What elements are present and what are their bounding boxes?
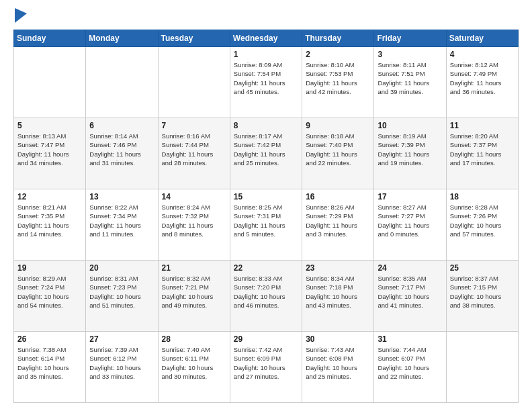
day-info: Sunrise: 8:33 AM Sunset: 7:20 PM Dayligh…: [234, 274, 298, 310]
weekday-header-row: SundayMondayTuesdayWednesdayThursdayFrid…: [14, 30, 519, 47]
day-number: 20: [89, 263, 154, 273]
day-info: Sunrise: 8:13 AM Sunset: 7:47 PM Dayligh…: [17, 132, 82, 167]
day-info: Sunrise: 8:16 AM Sunset: 7:44 PM Dayligh…: [162, 132, 226, 167]
calendar-cell: 12Sunrise: 8:21 AM Sunset: 7:35 PM Dayli…: [14, 189, 86, 261]
logo-icon: [15, 8, 27, 23]
day-info: Sunrise: 8:34 AM Sunset: 7:18 PM Dayligh…: [306, 274, 370, 310]
calendar-cell: 18Sunrise: 8:28 AM Sunset: 7:26 PM Dayli…: [446, 189, 518, 261]
day-number: 7: [162, 121, 226, 130]
calendar-cell: 23Sunrise: 8:34 AM Sunset: 7:18 PM Dayli…: [302, 261, 374, 332]
calendar-cell: 6Sunrise: 8:14 AM Sunset: 7:46 PM Daylig…: [86, 118, 158, 189]
day-number: 28: [162, 334, 226, 344]
day-info: Sunrise: 8:25 AM Sunset: 7:31 PM Dayligh…: [234, 203, 298, 238]
day-info: Sunrise: 8:22 AM Sunset: 7:34 PM Dayligh…: [89, 203, 154, 238]
day-info: Sunrise: 8:17 AM Sunset: 7:42 PM Dayligh…: [234, 132, 298, 167]
calendar-cell: 14Sunrise: 8:24 AM Sunset: 7:32 PM Dayli…: [158, 189, 230, 261]
calendar-cell: 30Sunrise: 7:43 AM Sunset: 6:08 PM Dayli…: [302, 332, 374, 403]
calendar-cell: 10Sunrise: 8:19 AM Sunset: 7:39 PM Dayli…: [374, 118, 446, 189]
page: SundayMondayTuesdayWednesdayThursdayFrid…: [0, 0, 532, 411]
day-info: Sunrise: 8:19 AM Sunset: 7:39 PM Dayligh…: [378, 132, 442, 167]
calendar-cell: 19Sunrise: 8:29 AM Sunset: 7:24 PM Dayli…: [14, 261, 86, 332]
day-number: 18: [450, 192, 515, 201]
day-info: Sunrise: 7:44 AM Sunset: 6:07 PM Dayligh…: [378, 345, 442, 381]
weekday-saturday: Saturday: [446, 30, 518, 47]
calendar-cell: 3Sunrise: 8:11 AM Sunset: 7:51 PM Daylig…: [374, 47, 446, 118]
header: [13, 11, 519, 23]
calendar-cell: [14, 47, 86, 118]
calendar-week-1: 1Sunrise: 8:09 AM Sunset: 7:54 PM Daylig…: [14, 47, 519, 118]
day-info: Sunrise: 8:35 AM Sunset: 7:17 PM Dayligh…: [378, 274, 442, 310]
calendar-cell: 28Sunrise: 7:40 AM Sunset: 6:11 PM Dayli…: [158, 332, 230, 403]
calendar-cell: 29Sunrise: 7:42 AM Sunset: 6:09 PM Dayli…: [230, 332, 302, 403]
day-number: 9: [306, 121, 370, 130]
day-number: 31: [378, 334, 442, 344]
calendar-cell: [86, 47, 158, 118]
day-number: 22: [234, 263, 298, 273]
calendar-cell: 31Sunrise: 7:44 AM Sunset: 6:07 PM Dayli…: [374, 332, 446, 403]
day-info: Sunrise: 7:42 AM Sunset: 6:09 PM Dayligh…: [234, 345, 298, 381]
calendar-cell: 21Sunrise: 8:32 AM Sunset: 7:21 PM Dayli…: [158, 261, 230, 332]
calendar-cell: 25Sunrise: 8:37 AM Sunset: 7:15 PM Dayli…: [446, 261, 518, 332]
calendar-cell: [446, 332, 518, 403]
day-info: Sunrise: 8:10 AM Sunset: 7:53 PM Dayligh…: [306, 60, 370, 96]
day-number: 11: [450, 121, 515, 130]
weekday-thursday: Thursday: [302, 30, 374, 47]
calendar-cell: 15Sunrise: 8:25 AM Sunset: 7:31 PM Dayli…: [230, 189, 302, 261]
day-info: Sunrise: 8:21 AM Sunset: 7:35 PM Dayligh…: [17, 203, 82, 238]
calendar-week-3: 12Sunrise: 8:21 AM Sunset: 7:35 PM Dayli…: [14, 189, 519, 261]
day-number: 16: [306, 192, 370, 201]
calendar-cell: 2Sunrise: 8:10 AM Sunset: 7:53 PM Daylig…: [302, 47, 374, 118]
weekday-friday: Friday: [374, 30, 446, 47]
day-info: Sunrise: 8:31 AM Sunset: 7:23 PM Dayligh…: [89, 274, 154, 310]
day-number: 17: [378, 192, 442, 201]
day-info: Sunrise: 7:43 AM Sunset: 6:08 PM Dayligh…: [306, 345, 370, 381]
day-number: 12: [17, 192, 82, 201]
day-number: 3: [378, 50, 442, 59]
calendar-cell: 24Sunrise: 8:35 AM Sunset: 7:17 PM Dayli…: [374, 261, 446, 332]
calendar-cell: [158, 47, 230, 118]
day-info: Sunrise: 8:09 AM Sunset: 7:54 PM Dayligh…: [234, 60, 298, 96]
day-info: Sunrise: 8:37 AM Sunset: 7:15 PM Dayligh…: [450, 274, 515, 310]
day-info: Sunrise: 8:12 AM Sunset: 7:49 PM Dayligh…: [450, 60, 515, 96]
day-info: Sunrise: 7:38 AM Sunset: 6:14 PM Dayligh…: [17, 345, 82, 381]
day-info: Sunrise: 8:27 AM Sunset: 7:27 PM Dayligh…: [378, 203, 442, 238]
weekday-wednesday: Wednesday: [230, 30, 302, 47]
calendar-cell: 7Sunrise: 8:16 AM Sunset: 7:44 PM Daylig…: [158, 118, 230, 189]
calendar-cell: 22Sunrise: 8:33 AM Sunset: 7:20 PM Dayli…: [230, 261, 302, 332]
day-number: 5: [17, 121, 82, 130]
calendar-cell: 20Sunrise: 8:31 AM Sunset: 7:23 PM Dayli…: [86, 261, 158, 332]
calendar-cell: 8Sunrise: 8:17 AM Sunset: 7:42 PM Daylig…: [230, 118, 302, 189]
day-number: 23: [306, 263, 370, 273]
day-number: 4: [450, 50, 515, 59]
day-info: Sunrise: 7:39 AM Sunset: 6:12 PM Dayligh…: [89, 345, 154, 381]
day-info: Sunrise: 8:32 AM Sunset: 7:21 PM Dayligh…: [162, 274, 226, 310]
day-number: 27: [89, 334, 154, 344]
calendar-cell: 13Sunrise: 8:22 AM Sunset: 7:34 PM Dayli…: [86, 189, 158, 261]
weekday-tuesday: Tuesday: [158, 30, 230, 47]
calendar-cell: 27Sunrise: 7:39 AM Sunset: 6:12 PM Dayli…: [86, 332, 158, 403]
day-info: Sunrise: 8:20 AM Sunset: 7:37 PM Dayligh…: [450, 132, 515, 167]
day-number: 14: [162, 192, 226, 201]
day-info: Sunrise: 8:18 AM Sunset: 7:40 PM Dayligh…: [306, 132, 370, 167]
day-number: 25: [450, 263, 515, 273]
calendar-cell: 5Sunrise: 8:13 AM Sunset: 7:47 PM Daylig…: [14, 118, 86, 189]
day-info: Sunrise: 8:24 AM Sunset: 7:32 PM Dayligh…: [162, 203, 226, 238]
day-info: Sunrise: 7:40 AM Sunset: 6:11 PM Dayligh…: [162, 345, 226, 381]
day-number: 15: [234, 192, 298, 201]
day-number: 10: [378, 121, 442, 130]
calendar-cell: 26Sunrise: 7:38 AM Sunset: 6:14 PM Dayli…: [14, 332, 86, 403]
calendar-cell: 11Sunrise: 8:20 AM Sunset: 7:37 PM Dayli…: [446, 118, 518, 189]
calendar-table: SundayMondayTuesdayWednesdayThursdayFrid…: [13, 30, 519, 403]
logo: [13, 11, 27, 23]
day-number: 24: [378, 263, 442, 273]
day-number: 19: [17, 263, 82, 273]
calendar-week-5: 26Sunrise: 7:38 AM Sunset: 6:14 PM Dayli…: [14, 332, 519, 403]
day-info: Sunrise: 8:26 AM Sunset: 7:29 PM Dayligh…: [306, 203, 370, 238]
weekday-sunday: Sunday: [14, 30, 86, 47]
day-info: Sunrise: 8:14 AM Sunset: 7:46 PM Dayligh…: [89, 132, 154, 167]
day-info: Sunrise: 8:29 AM Sunset: 7:24 PM Dayligh…: [17, 274, 82, 310]
calendar-cell: 4Sunrise: 8:12 AM Sunset: 7:49 PM Daylig…: [446, 47, 518, 118]
day-number: 21: [162, 263, 226, 273]
svg-marker-0: [15, 8, 27, 23]
calendar-week-4: 19Sunrise: 8:29 AM Sunset: 7:24 PM Dayli…: [14, 261, 519, 332]
